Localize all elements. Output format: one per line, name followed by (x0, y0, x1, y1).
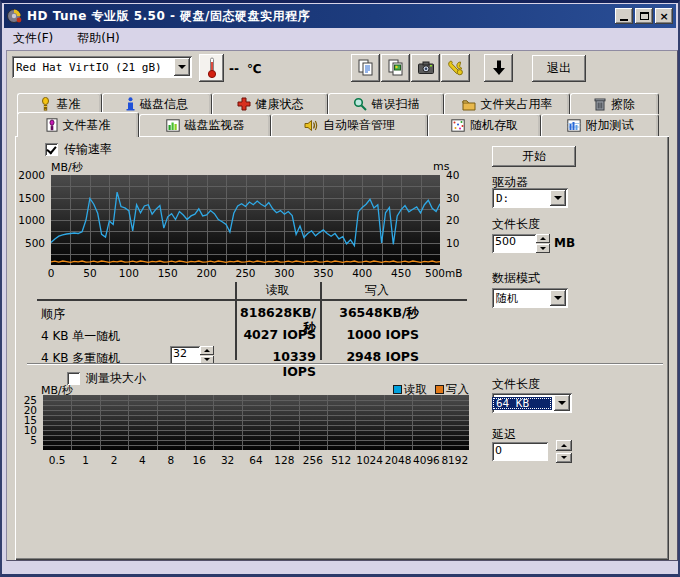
delay-spin-buttons[interactable] (556, 440, 572, 463)
tab-file-benchmark[interactable]: 文件基准 (17, 112, 139, 137)
tab-folder-usage[interactable]: 文件夹占用率 (444, 93, 570, 114)
queue-depth-spin-buttons[interactable] (200, 346, 214, 364)
block-file-length-arrow[interactable] (554, 395, 570, 411)
data-mode-dropdown[interactable]: 随机 (492, 288, 568, 308)
health-cross-icon (237, 97, 251, 111)
tab-label: 磁盘监视器 (185, 117, 245, 134)
copy-image-button[interactable] (381, 54, 410, 82)
chart1-x-ticks: 050100150200250300350400450500mB (51, 267, 461, 281)
temperature-unit: ℃ (247, 62, 262, 76)
block-file-length-dropdown[interactable]: 64 KB (492, 393, 572, 413)
spin-up-icon[interactable] (536, 234, 550, 243)
spin-down-icon[interactable] (556, 453, 572, 464)
tab-label: 附加测试 (586, 117, 634, 134)
drive-select[interactable]: Red Hat VirtIO (21 gB) (12, 56, 192, 78)
save-results-button[interactable] (484, 54, 513, 82)
chart1-right-ticks: 40302010 (443, 175, 467, 265)
chart1-left-ticks: 200015001000500 (15, 175, 48, 265)
chart2-left-ticks: 252015105 (15, 395, 40, 450)
file-length-spinner[interactable]: 500 (492, 234, 550, 253)
legend-read-swatch (393, 385, 402, 394)
block-size-checkbox[interactable]: 测量块大小 (67, 370, 146, 387)
file-length-value[interactable]: 500 (492, 234, 536, 253)
tab-error-scan[interactable]: 错误扫描 (328, 93, 444, 114)
data-mode-dropdown-arrow[interactable] (550, 290, 566, 306)
menu-help[interactable]: 帮助(H) (75, 29, 121, 48)
chart1-yaxis-label: MB/秒 (51, 160, 83, 175)
tab-random-access[interactable]: 随机存取 (428, 114, 541, 136)
tab-extra-tests[interactable]: 附加测试 (541, 114, 659, 136)
drive-dropdown-value: D: (492, 192, 548, 205)
extra-tests-icon (567, 119, 581, 132)
file-benchmark-page: 传输速率 MB/秒 ms 200015001000500 40302010 05… (15, 136, 669, 560)
copy-text-button[interactable] (351, 54, 380, 82)
tab-label: 文件基准 (63, 117, 111, 134)
tab-health[interactable]: 健康状态 (212, 93, 328, 114)
benchmark-icon (39, 97, 52, 111)
row-4k-single-label: 4 KB 单一随机 (41, 328, 120, 345)
close-button[interactable]: × (655, 8, 673, 24)
camera-icon (417, 59, 435, 77)
info-icon (126, 97, 135, 111)
delay-input[interactable]: 0 (492, 442, 548, 461)
file-benchmark-icon (46, 118, 58, 132)
minimize-icon (620, 19, 628, 21)
tab-erase[interactable]: 擦除 (570, 93, 659, 114)
row-4k-single-write: 1000 IOPS (324, 327, 419, 342)
tab-label: 擦除 (611, 96, 635, 113)
table-header-write: 写入 (322, 282, 432, 299)
exit-button[interactable]: 退出 (532, 55, 586, 82)
delay-label: 延迟 (492, 426, 516, 443)
tab-acoustic-management[interactable]: 自动噪音管理 (271, 114, 428, 136)
copy-image-icon (387, 59, 405, 77)
chevron-down-icon (558, 401, 566, 405)
legend-write-swatch (435, 385, 444, 394)
start-button-label: 开始 (522, 148, 546, 165)
chart2-x-ticks: 0.512481632641282565121024204840968192 (43, 454, 469, 468)
tab-label: 基准 (57, 96, 81, 113)
random-access-icon (451, 119, 465, 132)
queue-depth-spinner[interactable]: 32 (170, 346, 214, 364)
table-rule-horizontal (37, 299, 467, 301)
transfer-rate-chart (51, 175, 440, 265)
maximize-button[interactable] (635, 8, 653, 24)
magnifier-icon (353, 97, 367, 111)
drive-select-arrow[interactable] (174, 58, 190, 76)
tab-disk-monitor[interactable]: 磁盘监视器 (139, 114, 271, 136)
window-title: HD Tune 专业版 5.50 - 硬盘/固态硬盘实用程序 (27, 8, 613, 25)
trash-icon (594, 97, 606, 111)
menu-file[interactable]: 文件(F) (11, 29, 55, 48)
queue-depth-value[interactable]: 32 (170, 346, 200, 364)
options-button[interactable] (441, 54, 470, 82)
spin-up-icon[interactable] (200, 346, 214, 355)
screenshot-button[interactable] (411, 54, 440, 82)
down-arrow-icon (491, 59, 507, 77)
row-4k-single-read: 4027 IOPS (239, 327, 316, 342)
minimize-button[interactable] (615, 8, 633, 24)
menubar: 文件(F) 帮助(H) (2, 28, 678, 48)
transfer-rate-checkbox-box[interactable] (45, 143, 58, 156)
close-icon: × (659, 10, 668, 23)
temperature-button[interactable] (199, 54, 224, 82)
file-length-label: 文件长度 (492, 216, 540, 233)
drive-dropdown-arrow[interactable] (550, 190, 566, 206)
chevron-down-icon (554, 196, 562, 200)
transfer-rate-checkbox[interactable]: 传输速率 (45, 141, 112, 158)
drive-dropdown[interactable]: D: (492, 188, 568, 208)
transfer-rate-checkbox-label: 传输速率 (64, 141, 112, 158)
data-mode-dropdown-value: 随机 (492, 291, 548, 306)
thermometer-icon (206, 57, 218, 79)
client-area: Red Hat VirtIO (21 gB) -- ℃ (6, 50, 678, 561)
data-mode-label: 数据模式 (492, 270, 540, 287)
start-button[interactable]: 开始 (492, 146, 576, 167)
spin-down-icon[interactable] (536, 244, 550, 253)
titlebar: HD Tune 专业版 5.50 - 硬盘/固态硬盘实用程序 × (4, 4, 676, 28)
tab-disk-info[interactable]: 磁盘信息 (102, 93, 212, 114)
disk-monitor-icon (166, 119, 180, 132)
block-file-length-value: 64 KB (492, 397, 552, 410)
chevron-down-icon (178, 65, 186, 69)
file-length-spin-buttons[interactable] (536, 234, 550, 253)
spin-up-icon[interactable] (556, 440, 572, 451)
tab-benchmark[interactable]: 基准 (17, 93, 102, 114)
block-file-length-label: 文件长度 (492, 376, 540, 393)
